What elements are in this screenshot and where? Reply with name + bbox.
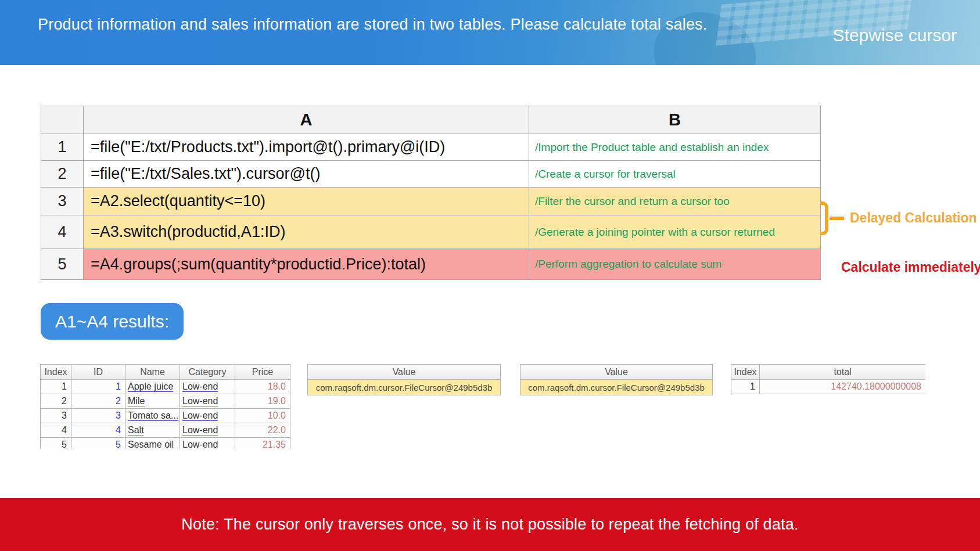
delayed-calculation-label: Delayed Calculation bbox=[850, 210, 977, 226]
table-row: 5 5 Sesame oil Low-end 21.35 bbox=[41, 438, 290, 449]
cursor-value-cell: com.raqsoft.dm.cursor.FileCursor@249b5d3… bbox=[520, 380, 713, 395]
products-header-id: ID bbox=[71, 365, 125, 380]
row-number: 2 bbox=[41, 161, 84, 188]
index-cell: 1 bbox=[731, 380, 760, 394]
products-result-table: Index ID Name Category Price 1 1 Apple j… bbox=[40, 364, 292, 449]
table-row: 1 1 Apple juice Low-end 18.0 bbox=[41, 380, 290, 394]
value-header: Value bbox=[520, 365, 713, 380]
calculate-immediately-label: Calculate immediately bbox=[841, 260, 980, 275]
formula-cell-a5: =A4.groups(;sum(quantity*productid.Price… bbox=[84, 249, 529, 280]
comment-text: /Generate a joining pointer with a curso… bbox=[535, 225, 775, 239]
total-value-cell: 142740.18000000008 bbox=[760, 380, 926, 394]
id-cell: 4 bbox=[71, 423, 125, 438]
table-row: 2 =file("E:/txt/Sales.txt").cursor@t() /… bbox=[41, 161, 821, 188]
table-row: 3 =A2.select(quantity<=10) /Filter the c… bbox=[41, 188, 821, 215]
index-cell: 1 bbox=[41, 380, 71, 394]
price-cell: 10.0 bbox=[235, 409, 290, 423]
table-row: 3 3 Tomato sa... Low-end 10.0 bbox=[41, 409, 290, 423]
row-number: 4 bbox=[41, 215, 84, 249]
table-row: com.raqsoft.dm.cursor.FileCursor@249b5d3… bbox=[308, 380, 501, 395]
name-cell: Mile bbox=[125, 394, 180, 409]
row-number: 1 bbox=[41, 134, 84, 161]
value-header-row: Value bbox=[520, 365, 713, 380]
corner-cell bbox=[41, 106, 84, 134]
header-banner: Product information and sales informatio… bbox=[0, 0, 980, 65]
name-cell: Apple juice bbox=[125, 380, 180, 394]
comment-cell-b3: /Filter the cursor and return a cursor t… bbox=[529, 188, 821, 215]
products-header-category: Category bbox=[180, 365, 235, 380]
page-title: Product information and sales informatio… bbox=[38, 16, 708, 34]
total-header-index: Index bbox=[731, 365, 760, 380]
code-spreadsheet: A B 1 =file("E:/txt/Products.txt").impor… bbox=[41, 106, 821, 280]
total-header-total: total bbox=[760, 365, 926, 380]
category-cell: Low-end bbox=[180, 380, 235, 394]
products-header-price: Price bbox=[235, 365, 290, 380]
table-row: 5 =A4.groups(;sum(quantity*productid.Pri… bbox=[41, 249, 821, 280]
index-cell: 3 bbox=[41, 409, 71, 423]
price-cell: 22.0 bbox=[235, 423, 290, 438]
formula-cell-a4: =A3.switch(productid,A1:ID) bbox=[84, 215, 529, 249]
column-b-header: B bbox=[529, 106, 821, 134]
topic-badge: Stepwise cursor bbox=[833, 26, 957, 45]
products-header-name: Name bbox=[125, 365, 180, 380]
row-number: 3 bbox=[41, 188, 84, 215]
cursor-value-cell: com.raqsoft.dm.cursor.FileCursor@249b5d3… bbox=[308, 380, 501, 395]
comment-cell-b4: /Generate a joining pointer with a curso… bbox=[529, 215, 821, 249]
table-row: 1 142740.18000000008 bbox=[731, 380, 926, 394]
total-header-row: Index total bbox=[731, 365, 926, 380]
name-cell: Sesame oil bbox=[125, 438, 180, 449]
delayed-bracket bbox=[820, 201, 828, 235]
comment-cell-b2: /Create a cursor for traversal bbox=[529, 161, 821, 188]
category-cell: Low-end bbox=[180, 423, 235, 438]
column-a-header: A bbox=[84, 106, 529, 134]
category-cell: Low-end bbox=[180, 438, 235, 449]
index-cell: 5 bbox=[41, 438, 71, 449]
results-label-button: A1~A4 results: bbox=[41, 303, 184, 340]
table-row: com.raqsoft.dm.cursor.FileCursor@249b5d3… bbox=[520, 380, 713, 395]
spreadsheet-header-row: A B bbox=[41, 106, 821, 134]
index-cell: 2 bbox=[41, 394, 71, 409]
table-row: 4 =A3.switch(productid,A1:ID) /Generate … bbox=[41, 215, 821, 249]
id-cell: 5 bbox=[71, 438, 125, 449]
id-cell: 3 bbox=[71, 409, 125, 423]
price-cell: 21.35 bbox=[235, 438, 290, 449]
category-cell: Low-end bbox=[180, 394, 235, 409]
row-number: 5 bbox=[41, 249, 84, 280]
cursor-result-table-1: Value com.raqsoft.dm.cursor.FileCursor@2… bbox=[307, 364, 501, 395]
cursor-result-table-2: Value com.raqsoft.dm.cursor.FileCursor@2… bbox=[520, 364, 713, 395]
id-cell: 1 bbox=[71, 380, 125, 394]
category-cell: Low-end bbox=[180, 409, 235, 423]
value-header: Value bbox=[308, 365, 501, 380]
comment-cell-b5: /Perform aggregation to calculate sum bbox=[529, 249, 821, 280]
footer-note-banner: Note: The cursor only traverses once, so… bbox=[0, 498, 980, 551]
name-cell: Salt bbox=[125, 423, 180, 438]
price-cell: 19.0 bbox=[235, 394, 290, 409]
footer-note-text: Note: The cursor only traverses once, so… bbox=[181, 516, 798, 534]
delayed-bracket-tick bbox=[830, 217, 844, 220]
index-cell: 4 bbox=[41, 423, 71, 438]
table-row: 1 =file("E:/txt/Products.txt").import@t(… bbox=[41, 134, 821, 161]
comment-cell-b1: /Import the Product table and establish … bbox=[529, 134, 821, 161]
name-cell: Tomato sa... bbox=[125, 409, 180, 423]
table-row: 4 4 Salt Low-end 22.0 bbox=[41, 423, 290, 438]
products-header-row: Index ID Name Category Price bbox=[41, 365, 290, 380]
id-cell: 2 bbox=[71, 394, 125, 409]
formula-cell-a2: =file("E:/txt/Sales.txt").cursor@t() bbox=[84, 161, 529, 188]
total-result-table: Index total 1 142740.18000000008 bbox=[731, 364, 925, 394]
value-header-row: Value bbox=[308, 365, 501, 380]
formula-cell-a3: =A2.select(quantity<=10) bbox=[84, 188, 529, 215]
formula-cell-a1: =file("E:/txt/Products.txt").import@t().… bbox=[84, 134, 529, 161]
products-header-index: Index bbox=[41, 365, 71, 380]
price-cell: 18.0 bbox=[235, 380, 290, 394]
slide: Product information and sales informatio… bbox=[0, 0, 980, 551]
table-row: 2 2 Mile Low-end 19.0 bbox=[41, 394, 290, 409]
